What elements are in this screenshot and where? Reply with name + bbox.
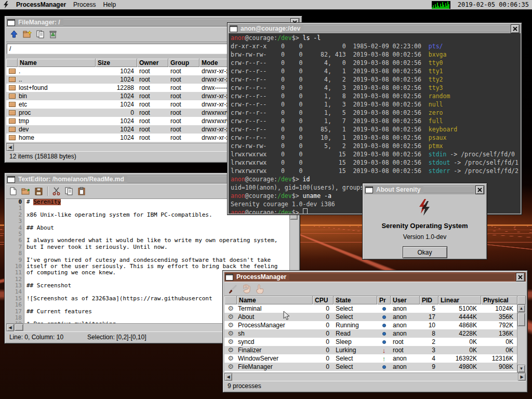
system-menu-icon[interactable]	[3, 1, 9, 8]
process-linear: 5100K	[438, 305, 481, 312]
paste-icon[interactable]	[78, 187, 85, 195]
folder-icon	[9, 77, 16, 82]
folder-icon	[9, 135, 16, 140]
process-user: root	[391, 347, 420, 354]
scrollbar-thumb[interactable]	[15, 324, 23, 331]
file-name: tmp	[18, 117, 96, 125]
process-physical: 908K	[481, 363, 517, 370]
file-owner: root	[137, 134, 168, 141]
process-row[interactable]: ⚙About0Selectanon174444K356K	[224, 313, 526, 321]
process-row[interactable]: ⚙ProcessManager0Runninganon104868K792K	[224, 321, 526, 329]
about-titlebar[interactable]: About Serenity	[364, 185, 485, 194]
header-pid[interactable]: PID	[420, 296, 438, 304]
file-owner: root	[137, 84, 168, 91]
about-heading: Serenity Operating System	[381, 222, 468, 230]
about-version: Version 1.0-dev	[403, 233, 446, 241]
gear-icon: ⚙	[228, 322, 234, 329]
close-button[interactable]	[475, 185, 484, 194]
terminal-line: dr-xr-xr-x 0 0 0 1985-02-09 02:23:00 pts…	[231, 42, 521, 50]
header-cpu[interactable]: CPU	[313, 296, 334, 304]
process-name: About	[237, 313, 313, 321]
go-up-icon[interactable]	[10, 30, 18, 38]
terminal-line: crw-r--r-- 0 0 85, 1 2019-03-08 00:02:56…	[231, 125, 521, 134]
scroll-right-icon[interactable]: ▶	[518, 373, 526, 381]
priority-high-icon: ↑	[382, 355, 386, 362]
continue-process-icon[interactable]	[255, 284, 263, 294]
header-physical[interactable]: Physical	[481, 296, 517, 304]
header-name[interactable]: Name	[18, 59, 96, 67]
process-state: Read	[334, 330, 377, 337]
process-name: FileManager	[237, 363, 313, 370]
file-name: home	[18, 134, 96, 141]
scroll-down-icon[interactable]: ▼	[517, 365, 525, 373]
cut-icon[interactable]	[52, 187, 60, 195]
header-icon-col[interactable]	[6, 59, 18, 67]
process-row[interactable]: ⚙Finalizer0Lurking↓root30K0K	[224, 346, 526, 354]
close-button[interactable]	[511, 24, 520, 33]
process-row[interactable]: ⚙syncd0Sleeproot20K0K	[224, 338, 526, 346]
process-pid: 8	[420, 330, 438, 337]
menubar-app-name[interactable]: ProcessManager	[16, 1, 66, 8]
vertical-scrollbar[interactable]: ▲ ▼	[517, 304, 526, 373]
header-name[interactable]: Name	[237, 296, 313, 304]
open-document-icon[interactable]	[21, 187, 30, 195]
process-pid: 5	[420, 305, 438, 312]
file-owner: root	[137, 126, 168, 133]
process-row[interactable]: ⚙Terminal0Selectanon55100K1024K	[224, 304, 526, 313]
header-size[interactable]: Size	[96, 59, 137, 67]
status-text: 12 items (158188 bytes)	[9, 153, 76, 160]
close-button[interactable]	[516, 273, 525, 282]
menu-process[interactable]: Process	[73, 1, 96, 8]
terminal-line: crw-r--r-- 0 0 1, 8 2019-03-08 00:02:56 …	[231, 92, 521, 100]
stop-process-icon[interactable]	[242, 284, 250, 294]
delete-icon[interactable]	[49, 30, 57, 38]
process-list-body[interactable]: ⚙Terminal0Selectanon55100K1024K⚙About0Se…	[224, 304, 526, 373]
scroll-left-icon[interactable]: ◀	[6, 324, 14, 331]
process-row[interactable]: ⚙WindowServer0Select↑anon416392K12316K	[224, 354, 526, 363]
header-group[interactable]: Group	[168, 59, 200, 67]
new-folder-icon[interactable]	[23, 30, 32, 38]
process-row[interactable]: ⚙sh0Readanon84228K136K	[224, 329, 526, 338]
copy-icon[interactable]	[65, 187, 73, 195]
save-document-icon[interactable]	[35, 188, 43, 195]
terminal-titlebar[interactable]: anon@courage:/dev	[229, 24, 521, 33]
process-linear: 16392K	[438, 355, 481, 362]
header-owner[interactable]: Owner	[137, 59, 168, 67]
window-title: anon@courage:/dev	[239, 25, 302, 32]
header-icon-col[interactable]	[224, 296, 237, 304]
horizontal-scrollbar[interactable]: ◀ ▶	[224, 373, 526, 381]
header-state[interactable]: State	[334, 296, 377, 304]
okay-button[interactable]: Okay	[403, 246, 447, 258]
kill-process-icon[interactable]	[228, 284, 237, 294]
terminal-cursor	[303, 208, 308, 214]
mouse-cursor-icon	[283, 311, 290, 323]
process-row[interactable]: ⚙FileManager0Selectanon94980K908K	[224, 363, 526, 371]
menu-help[interactable]: Help	[103, 1, 116, 8]
file-size: 1024	[96, 134, 137, 141]
new-document-icon[interactable]	[10, 187, 17, 195]
processmanager-titlebar[interactable]: ProcessManager	[224, 272, 526, 282]
header-user[interactable]: User	[391, 296, 420, 304]
copy-files-icon[interactable]	[36, 30, 45, 38]
priority-normal-icon	[382, 365, 386, 369]
scroll-left-icon[interactable]: ◀	[6, 143, 14, 151]
file-group: root	[168, 84, 200, 91]
header-priority[interactable]: Pr	[377, 296, 391, 304]
window-icon	[365, 187, 373, 193]
line-number: 1	[6, 205, 24, 211]
scroll-up-icon[interactable]: ▲	[517, 304, 525, 312]
scrollbar-thumb[interactable]	[517, 313, 525, 326]
gear-icon: ⚙	[228, 313, 234, 321]
processmanager-toolbar	[224, 282, 526, 296]
editor-line: 6I always wondered what it would be like…	[6, 237, 298, 244]
process-user: root	[391, 338, 420, 345]
line-number: 8	[6, 250, 24, 257]
process-cpu: 0	[313, 330, 334, 337]
scroll-left-icon[interactable]: ◀	[224, 373, 232, 381]
terminal-line: crw-r--r-- 0 0 4, 3 2019-03-08 00:02:56 …	[231, 84, 521, 92]
window-title: About Serenity	[375, 186, 422, 193]
file-owner: root	[137, 109, 168, 116]
terminal-line: crw-r--r-- 0 0 1, 7 2019-03-08 00:02:56 …	[231, 117, 521, 125]
folder-icon	[9, 69, 16, 74]
header-linear[interactable]: Linear	[438, 296, 481, 304]
